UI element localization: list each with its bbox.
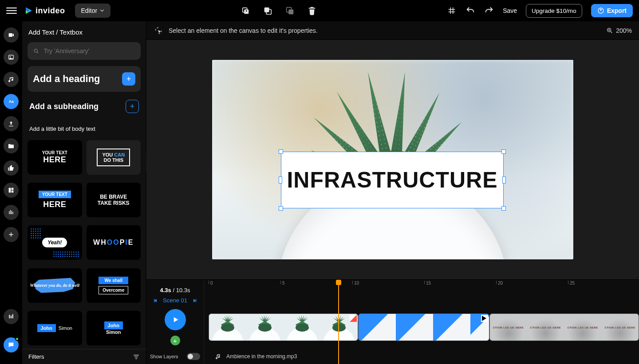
svg-rect-4 (244, 9, 248, 14)
mode-label: Editor (81, 7, 98, 14)
text-style-10[interactable]: JohnSimon (87, 311, 141, 345)
timeline-track-area[interactable]: 0 5 10 15 20 25 (204, 280, 639, 364)
resize-handle-tr[interactable] (501, 149, 506, 154)
rail-layout[interactable] (4, 183, 19, 198)
rail-like[interactable] (4, 160, 19, 176)
clip-1[interactable] (209, 313, 358, 341)
chevron-down-icon (100, 8, 104, 13)
audio-filename: Ambience in the morning.mp3 (226, 353, 297, 360)
timeline-controls: 4.3s / 10.3s Scene 01 + Show Layers (146, 280, 204, 364)
filters-label: Filters (28, 353, 44, 360)
export-icon (597, 7, 604, 14)
svg-rect-23 (11, 316, 12, 318)
rail-video[interactable] (4, 27, 19, 43)
transition-out-icon[interactable] (350, 315, 357, 322)
svg-point-25 (10, 344, 11, 345)
resize-handle-tl[interactable] (279, 149, 283, 154)
svg-point-27 (12, 344, 12, 345)
text-style-4[interactable]: BE BRAVETAKE RISKS (87, 183, 141, 217)
svg-rect-16 (12, 188, 14, 190)
rail-effects[interactable] (4, 205, 19, 220)
playhead[interactable] (338, 280, 339, 364)
svg-rect-10 (288, 9, 293, 14)
filters-row[interactable]: Filters (22, 349, 146, 364)
svg-rect-17 (12, 191, 14, 193)
show-layers-toggle[interactable] (187, 353, 200, 360)
zoom-control[interactable]: 200% (606, 27, 632, 34)
add-heading-row[interactable]: Add a heading + (28, 66, 141, 92)
text-style-6[interactable]: WHOOPIE (87, 225, 141, 260)
bring-front-icon[interactable] (285, 6, 295, 16)
timeline-ruler[interactable]: 0 5 10 15 20 25 (204, 280, 639, 288)
scene-label[interactable]: Scene 01 (163, 297, 187, 304)
send-back-icon[interactable] (263, 6, 272, 16)
svg-rect-15 (9, 188, 11, 193)
canvas-area[interactable]: INFRASTRUCTURE (146, 40, 639, 279)
rail-music[interactable] (4, 72, 19, 87)
rail-equalizer[interactable] (4, 309, 19, 324)
svg-point-26 (11, 344, 12, 345)
resize-handle-bl[interactable] (279, 206, 283, 211)
resize-handle-br[interactable] (501, 206, 506, 211)
delete-icon[interactable] (307, 6, 317, 16)
text-panel: Add Text / Textbox Add a heading + Add a… (22, 21, 146, 364)
text-style-1[interactable]: YOUR TEXTHERE (28, 140, 82, 175)
hamburger-menu[interactable] (6, 5, 17, 16)
next-scene-icon[interactable] (192, 298, 197, 303)
text-style-5[interactable]: Yeah! (28, 225, 82, 260)
time-display: 4.3s / 10.3s (160, 287, 190, 294)
duplicate-icon[interactable] (241, 6, 250, 16)
upgrade-button[interactable]: Upgrade $10/mo (526, 4, 582, 18)
brand-logo-icon (24, 6, 33, 15)
text-style-8[interactable]: We shallOvercome (87, 268, 141, 303)
play-button[interactable] (165, 309, 186, 330)
chat-online-dot (15, 337, 19, 341)
clip-3[interactable]: CTION LED UE HERE CTION LED UE HERE CTIO… (489, 313, 639, 341)
audio-track[interactable]: Ambience in the morning.mp3 (215, 353, 297, 360)
search-icon (33, 47, 39, 55)
svg-rect-21 (12, 212, 13, 214)
undo-icon[interactable] (465, 6, 475, 16)
video-canvas[interactable]: INFRASTRUCTURE (212, 60, 573, 259)
export-button[interactable]: Export (591, 4, 633, 17)
rail-folders[interactable] (4, 138, 19, 153)
mode-dropdown[interactable]: Editor (75, 4, 111, 18)
clip-2[interactable] (358, 313, 489, 341)
show-layers-label: Show Layers (150, 354, 178, 359)
add-subheading-row[interactable]: Add a subheading + (28, 95, 141, 117)
timeline: 4.3s / 10.3s Scene 01 + Show Layers 0 5 (146, 279, 639, 364)
transition-in-icon[interactable] (481, 315, 488, 322)
text-styles-grid: YOUR TEXTHERE YOU CANDO THIS YOUR TEXTHE… (22, 138, 146, 349)
resize-handle-ml[interactable] (279, 176, 282, 184)
text-style-3[interactable]: YOUR TEXTHERE (28, 183, 82, 217)
redo-icon[interactable] (484, 6, 494, 16)
svg-rect-18 (9, 211, 9, 214)
grid-toggle-icon[interactable] (447, 6, 457, 16)
brand-logo[interactable]: invideo (24, 6, 65, 16)
rail-text[interactable]: Aa (4, 94, 19, 109)
add-heading-plus[interactable]: + (122, 72, 135, 86)
save-button[interactable]: Save (503, 7, 517, 14)
brand-name: invideo (36, 6, 65, 16)
text-style-2[interactable]: YOU CANDO THIS (87, 140, 141, 175)
resize-handle-mr[interactable] (502, 176, 506, 184)
rail-image[interactable] (4, 50, 19, 65)
rail-chat[interactable] (4, 337, 19, 352)
add-subheading-plus[interactable]: + (126, 100, 139, 113)
text-style-7[interactable]: Whatever you do, do it well (28, 268, 82, 303)
svg-rect-19 (10, 210, 11, 214)
svg-rect-24 (12, 314, 13, 318)
selection-outline[interactable] (281, 152, 504, 208)
add-clip-button[interactable]: + (170, 336, 180, 345)
svg-rect-6 (246, 10, 247, 12)
text-search[interactable] (28, 42, 141, 60)
search-input[interactable] (43, 47, 135, 55)
rail-add[interactable] (4, 227, 19, 242)
add-body-row[interactable]: Add a little bit of body text (28, 121, 141, 137)
left-tool-rail: Aa (0, 21, 22, 364)
prev-scene-icon[interactable] (153, 298, 158, 303)
text-style-9[interactable]: JohnSimon (28, 311, 82, 345)
panel-title: Add Text / Textbox (22, 21, 146, 39)
rail-upload[interactable] (4, 116, 19, 131)
svg-text:Aa: Aa (9, 99, 14, 104)
